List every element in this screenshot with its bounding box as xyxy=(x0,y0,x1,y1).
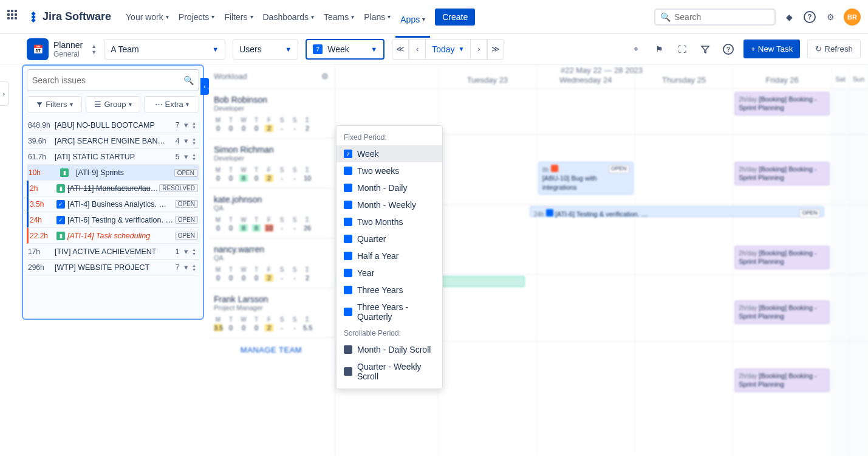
day-header: Sat xyxy=(832,64,850,88)
issue-row[interactable]: 61.7h[ATI] STATIC STARTUP5▾▲▼ xyxy=(27,149,199,165)
filters-pill[interactable]: Filters▾ xyxy=(27,96,82,112)
period-option[interactable]: Two weeks xyxy=(337,162,442,179)
flag-icon[interactable]: ⚑ xyxy=(651,41,667,57)
issue-row[interactable]: 296h[WTP] WEBSITE PROJECT7▾▲▼ xyxy=(27,260,199,275)
team-select[interactable]: A Team▼ xyxy=(104,39,225,60)
day-header: Tuesday 23 xyxy=(439,64,537,88)
nav-prev[interactable]: ‹ xyxy=(409,39,426,60)
app-chip[interactable]: 📅 Planner General ▲▼ xyxy=(27,38,97,60)
layers-icon: ☰ xyxy=(94,100,101,109)
day-header: Friday 26 xyxy=(733,64,832,88)
person-row[interactable]: Bob RobinsonDeveloperMTWTFSSΣ00002--2 xyxy=(208,89,335,139)
period-option[interactable]: Year xyxy=(337,264,442,282)
issue-row[interactable]: 3.5h✓[ATI-4] Business Analytics. …OPEN xyxy=(27,196,199,212)
dropdown-header: Scrollable Period: xyxy=(337,325,442,341)
issue-row[interactable]: 24h✓[ATI-6] Testing & verification. …OPE… xyxy=(27,212,199,228)
search-input[interactable] xyxy=(674,12,770,22)
issue-row[interactable]: 22.2h▮[ATI-14] Task schedulingOPEN xyxy=(27,228,199,244)
person-row[interactable]: Simon RichmanDeveloperMTWTFSSΣ00802--10 xyxy=(208,139,335,188)
group-pill[interactable]: ☰Group▾ xyxy=(86,96,141,112)
focus-icon[interactable]: ⌖ xyxy=(628,41,644,57)
new-task-button[interactable]: +New Task xyxy=(743,40,800,58)
person-row[interactable]: nancy.warrenQAMTWTFSSΣ00002--2 xyxy=(208,238,335,288)
top-nav: Jira Software Your work ▾Projects ▾Filte… xyxy=(0,0,868,34)
app-selector[interactable]: ▲▼ xyxy=(91,43,97,55)
period-option[interactable]: Quarter - Weekly Scroll xyxy=(337,358,442,385)
issue-row[interactable]: 17h[TIV] ACTIVE ACHIEVEMENT1▾▲▼ xyxy=(27,244,199,260)
help-icon[interactable]: ? xyxy=(720,41,736,57)
issue-row[interactable]: 2h▮[ATI-11] Manufacture/launc…RESOLVED xyxy=(27,181,199,196)
jira-logo[interactable]: Jira Software xyxy=(27,10,111,24)
issue-search[interactable]: 🔍 xyxy=(27,69,199,91)
event-card[interactable]: 24h [ATI-6] Testing & verification. …OPE… xyxy=(530,206,824,217)
help-icon[interactable]: ? xyxy=(802,10,817,24)
planner-toolbar: 📅 Planner General ▲▼ A Team▼ Users▼ 7Wee… xyxy=(0,34,868,64)
period-option[interactable]: Month - Daily Scroll xyxy=(337,341,442,358)
period-option[interactable]: Quarter xyxy=(337,230,442,247)
settings-icon[interactable]: ⚙ xyxy=(823,10,838,24)
period-nav: ≪ ‹ Today▼ › ≫ xyxy=(392,39,504,60)
day-header: Sun xyxy=(850,64,868,88)
plus-icon: + xyxy=(751,44,756,54)
event-card[interactable]: 2h/day [Booking] Booking - Sprint Planni… xyxy=(734,300,830,324)
calendar-icon: 7 xyxy=(313,44,323,54)
gear-icon[interactable]: ⚙ xyxy=(321,72,329,81)
fullscreen-icon[interactable]: ⛶ xyxy=(674,41,690,57)
period-select[interactable]: 7Week▼ xyxy=(306,39,384,60)
nav-next[interactable]: › xyxy=(470,39,487,60)
event-card[interactable]: 8h OPEN[ABU-10] Bug with integrations xyxy=(538,162,634,195)
issue-row[interactable]: 39.6h[ARC] SEARCH ENGINE BAN…4▾▲▼ xyxy=(27,133,199,149)
day-header: Thursday 25 xyxy=(635,64,734,88)
planner-icon: 📅 xyxy=(27,38,49,60)
today-button[interactable]: Today▼ xyxy=(425,39,471,60)
period-option[interactable]: 7Week xyxy=(337,145,442,162)
expand-handle[interactable]: › xyxy=(0,81,9,106)
nav-first[interactable]: ≪ xyxy=(392,39,409,60)
nav-plans[interactable]: Plans ▾ xyxy=(359,7,395,27)
global-search[interactable]: 🔍 xyxy=(654,9,776,26)
main: › ‹ 🔍 Filters▾ ☰Group▾ ⋯Extra▾ 848.9h[AB… xyxy=(0,64,868,456)
nav-teams[interactable]: Teams ▾ xyxy=(319,7,359,27)
event-card[interactable]: 2h/day [Booking] Booking - Sprint Planni… xyxy=(734,246,830,269)
workload-panel: Workload⚙ Bob RobinsonDeveloperMTWTFSSΣ0… xyxy=(208,64,335,456)
issue-search-input[interactable] xyxy=(32,75,183,85)
nav-dashboards[interactable]: Dashboards ▾ xyxy=(258,7,320,27)
issue-row[interactable]: 10h▮[ATI-9] SprintsOPEN xyxy=(27,165,199,181)
extra-pill[interactable]: ⋯Extra▾ xyxy=(144,96,199,112)
person-row[interactable]: kate.johnsonQAMTWTFSSΣ008810--26 xyxy=(208,188,335,238)
period-dropdown: Fixed Period: 7WeekTwo weeksMonth - Dail… xyxy=(336,125,443,389)
period-option[interactable]: Two Months xyxy=(337,213,442,230)
event-card[interactable]: 2h/day [Booking] Booking - Sprint Planni… xyxy=(734,92,830,116)
search-icon: 🔍 xyxy=(183,75,194,85)
issue-row[interactable]: 848.9h[ABU] NO-BULL BOOTCAMP7▾▲▼ xyxy=(27,117,199,133)
nav-filters[interactable]: Filters ▾ xyxy=(219,7,258,27)
manage-team-link[interactable]: MANAGE TEAM xyxy=(208,338,335,362)
period-option[interactable]: Three Years - Quarterly xyxy=(337,299,442,325)
more-icon: ⋯ xyxy=(155,100,163,109)
search-icon: 🔍 xyxy=(660,12,671,22)
nav-apps[interactable]: Apps ▾ xyxy=(395,7,430,38)
create-button[interactable]: Create xyxy=(435,9,475,26)
nav-projects[interactable]: Projects ▾ xyxy=(174,7,220,27)
period-option[interactable]: Half a Year xyxy=(337,247,442,264)
notifications-icon[interactable]: ◆ xyxy=(782,10,796,24)
svg-text:?: ? xyxy=(807,13,812,21)
issues-panel: ‹ 🔍 Filters▾ ☰Group▾ ⋯Extra▾ 848.9h[ABU]… xyxy=(22,64,204,320)
refresh-button[interactable]: ↻Refresh xyxy=(807,40,861,58)
event-card[interactable]: 2h/day [Booking] Booking - Sprint Planni… xyxy=(734,162,830,185)
calendar-title: #22 May 22 — 28 2023 xyxy=(561,66,643,75)
app-title: Planner xyxy=(53,40,83,50)
nav-last[interactable]: ≫ xyxy=(487,39,504,60)
period-option[interactable]: Three Years xyxy=(337,282,442,299)
event-card[interactable]: 2h/day [Booking] Booking - Sprint Planni… xyxy=(734,368,830,392)
filter-icon[interactable] xyxy=(697,41,713,57)
workload-title: Workload xyxy=(214,72,247,81)
svg-text:?: ? xyxy=(726,45,731,52)
person-row[interactable]: Frank LarssonProject ManagerMTWTFSSΣ3.50… xyxy=(208,288,335,338)
app-switcher-icon[interactable] xyxy=(7,10,22,24)
nav-your-work[interactable]: Your work ▾ xyxy=(121,7,174,27)
period-option[interactable]: Month - Weekly xyxy=(337,196,442,213)
scope-select[interactable]: Users▼ xyxy=(233,39,298,60)
user-avatar[interactable]: BR xyxy=(844,9,861,26)
period-option[interactable]: Month - Daily xyxy=(337,179,442,196)
